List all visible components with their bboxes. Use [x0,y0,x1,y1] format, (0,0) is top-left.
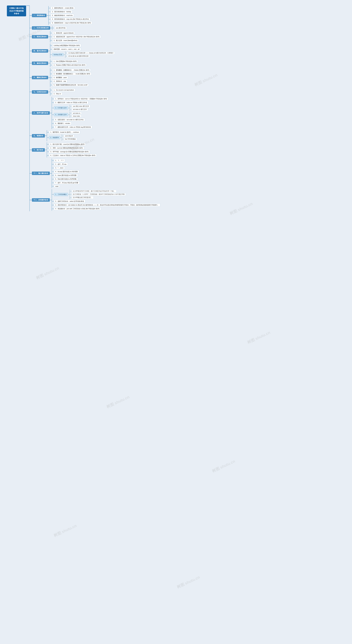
hbar [70,191,72,191]
section-row-sec8: 八、排序与索引命令1、排序命令：sort on 字段名(A/D) to <表文件… [30,97,160,129]
leaf-node: 4、清表命令：zap [52,80,67,83]
hbar [30,28,32,28]
leaf-row: 6、Wait [显示信息] to 内序变量] [52,178,80,181]
sub-leaf-node: set index to [72,112,82,114]
leaf-row: 2、恢复删除（取消删除标记）：recall [范围] [for 条件] [50,72,91,76]
leaves-col: 1、添加记录：append [blank]2、成批添加记录：append fro… [50,31,101,42]
hbar [50,65,52,65]
hbar [49,23,51,23]
sub-leaf-row: (1) VFP有32767个工作区，每个工作区只以只可以打开一个表。 [70,190,126,192]
hbar [52,172,54,172]
leaf-row: 1、统计记录个数：count [to 变量名][范围][for 条件] [47,143,97,146]
sub-leaf-node: (1) display &显示当前记录 —— display all &显示全部… [67,52,115,54]
sub-area: (1) display &显示当前记录 —— display all &显示全部… [65,52,115,58]
sub-leaf-node: (3) VFP默认的工作区是1区。 [72,196,94,199]
hbar [68,114,70,115]
leaf-row: read [52,185,80,188]
hbar [50,49,52,50]
hbar [49,16,51,16]
leaf-row: 5、复制拷贝命令：copy to 表文件名 [fiel 字段名] [for 条件… [49,21,92,24]
leaves-area: 1、逻辑删除（加删除标记）：Delete [范围] [for 条件]2、恢复删除… [50,68,91,87]
hbar [52,175,54,176]
hbar [30,37,32,37]
hbar [52,120,54,120]
leaf-node: use [表文件名] [54,26,67,30]
leaves-area: 1、Edit [范围][fiel 学段名][for 条件]2、Replace [… [50,59,87,67]
leaf-node: 3、插入记录：insert [blank][before] [52,39,79,42]
leaves-area: use [表文件名] [52,26,67,30]
section-label-sec2: 二、打开/关闭表文件 [32,26,50,30]
leaf-row: 2、选择工作区命令：select 反号/别名/表名 [52,200,160,203]
leaf-node: 2、求和：sum [to 变量名][范围][字段名][for 条件] [49,146,84,150]
leaves-area: 1、顺序查询：locate for [条件] … continue2、快速查询s… [47,130,80,141]
hbar [47,152,49,152]
leaves-col: use [表文件名] [52,26,67,30]
hbar [30,16,32,16]
section-label-sec6: 六、删除记录命令 [32,76,48,79]
section-row-sec10: 十、统计命令1、统计记录个数：count [to 变量名][范围][for 条件… [30,142,160,158]
hbar [50,81,52,82]
leaf-node: 6、Wait [显示信息] to 内序变量] [54,178,78,181]
leaf-row: 2、建索引文件：index on 字段名 to 索引文件名 [52,101,108,104]
section-row-sec2: 二、打开/关闭表文件use [表文件名] [30,26,160,30]
hbar [47,155,49,156]
leaf-node: 6、重新索引：reindex [54,122,72,125]
leaf-node: 5、复制拷贝命令：copy to 表文件名 [fiel 字段名] [for 条件… [51,21,92,24]
sub-leaf-node: use 表名 index 索引文件 [72,105,90,108]
sub-area: (1) VFP有32767个工作区，每个工作区只以只可以打开一个表。(2) 工作… [70,190,126,199]
sub-leaf-row: (1) display &显示当前记录 —— display all &显示全部… [66,52,115,54]
leaf-row: 1、添加记录：append [blank] [50,32,101,34]
sub-leaf-row: (2) list 或 list all &显示所有记录 [66,55,115,58]
hbar [70,106,72,106]
leaf-node: 2、Replace [范围] 字段名 with 表达式 [for 条件] [52,64,87,67]
hbar [47,138,49,138]
leaves-area: List/disp [off][范围][fiel 学段名][for 条件]四种范… [50,44,115,58]
sub-leaf-row: set index to [70,112,82,114]
hbar [52,201,54,202]
leaf-node: 7、建复合索引文件：index on 学段名 tag 索引标识名 [54,126,92,129]
hbar [47,144,49,144]
hbar [52,168,54,168]
hbar [30,136,32,136]
leaf-node: 4、表连接命令：join with 工作区别名 to 表名 [fiel 字段名]… [54,207,101,210]
hbar [68,108,70,108]
leaf-node: 1、统计记录个数：count [to 变量名][范围][for 条件] [49,143,86,146]
hbar [50,113,52,113]
sub-area: set index toclose index [70,112,82,118]
hbar [47,132,49,132]
leaf-node: 3、修改表结构命令：modi stru [51,14,74,17]
leaf-node: 4、拷贝表结构命令：copy stru [fiel 字段名] to 表文件名 [51,18,90,21]
leaf-row: 7、@行，列 [say 表达式] get 变量 [52,181,80,184]
hbar [48,63,50,63]
hbar [47,148,49,148]
root-hline [26,6,30,6]
leaf-node: 2、显示表结构命令：list/dsp [51,10,73,13]
section-label-sec1: 一、表结构命令 [32,14,47,17]
hbar [52,99,54,99]
leaf-row: 2、求和：sum [to 变量名][范围][字段名][for 条件] [47,146,97,150]
section-row-sec11: 十一、输入输出命令1、？，？？2、@行，列 say3、=，store4、Acce… [30,158,160,188]
leaf-row: 6、重新索引：reindex [52,122,108,125]
leaf-node: 1、逻辑删除（加删除标记）：Delete [范围] [for 条件] [52,68,91,72]
leaf-node: 4、汇总命令：total on 字段名 to 文件名 [范围] [fiel 字段… [49,154,97,157]
hbar [52,164,54,164]
hbar [50,70,52,70]
hbar [45,150,47,150]
hbar [50,78,52,78]
sub-area: seek 表达式find 字符串/数值 [62,134,77,141]
hbar [30,51,32,51]
leaves-col: 1、排序命令：sort on 字段名(A/D) to <表文件名>（范围][fi… [52,97,108,129]
hbar [47,16,48,16]
hbar [52,194,54,194]
sub-leaf-node: (2) 工作区名：1..32767，工作区别名：前10个工作区别名为A..J 1… [72,193,126,196]
hbar [52,205,54,205]
sub-col: (1) display &显示当前记录 —— display all &显示全部… [66,52,115,58]
hbar [50,85,52,85]
section-label-sec7: 七、记录定位命令 [32,90,48,94]
hbar [60,138,62,138]
hbar [70,109,72,110]
hbar [52,160,54,161]
leaf-row: 1、工作区的概念(1) VFP有32767个工作区，每个工作区只以只可以打开一个… [52,190,160,199]
leaves-area: 1、排序命令：sort on 字段名(A/D) to <表文件名>（范围][fi… [52,97,108,129]
mid-node: 2、快速查询 [49,136,60,139]
